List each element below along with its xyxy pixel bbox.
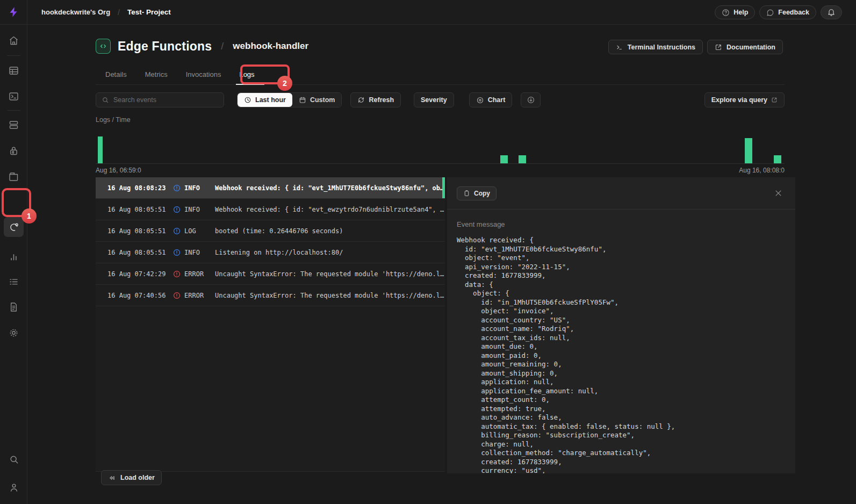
top-header-bar: hookdeckwrite's Org / Test- Project Help… — [0, 0, 856, 25]
help-button[interactable]: Help — [715, 5, 755, 19]
axis-end-label: Aug 16, 08:08:0 — [739, 167, 785, 174]
sidebar-item-logs[interactable] — [4, 272, 24, 292]
close-panel-button[interactable] — [773, 188, 783, 198]
sidebar-item-database[interactable] — [4, 115, 24, 135]
log-timestamp: 16 Aug 08:05:51 — [107, 249, 173, 256]
breadcrumb-separator: / — [118, 8, 120, 17]
log-row[interactable]: 16 Aug 08:05:51INFOListening on http://l… — [96, 242, 445, 263]
copy-button[interactable]: Copy — [457, 186, 497, 200]
log-row[interactable]: 16 Aug 07:40:56ERRORUncaught SyntaxError… — [96, 285, 445, 306]
documentation-button[interactable]: Documentation — [707, 40, 783, 54]
page-title: Edge Functions — [118, 39, 212, 54]
detail-panel-header: Copy — [447, 177, 795, 210]
terminal-instructions-button[interactable]: Terminal Instructions — [608, 40, 703, 54]
log-table: 16 Aug 08:08:23INFOWebhook received: { i… — [96, 177, 445, 472]
log-message: Uncaught SyntaxError: The requested modu… — [215, 270, 445, 278]
log-level: ERROR — [173, 270, 215, 278]
bolt-logo-icon — [8, 6, 19, 18]
sidebar-item-reports[interactable] — [4, 247, 24, 267]
sidebar-item-home[interactable] — [4, 31, 24, 51]
sidebar-item-profile[interactable] — [4, 477, 24, 497]
log-timestamp: 16 Aug 07:42:29 — [107, 270, 173, 278]
notifications-button[interactable] — [821, 5, 842, 19]
info-circle-icon — [173, 184, 181, 192]
chart-title: Logs / Time — [96, 116, 131, 124]
log-detail-panel: Copy Event message Webhook received: { i… — [447, 177, 795, 473]
page-header: Edge Functions / webhook-handler — [96, 39, 308, 54]
refresh-label: Refresh — [369, 96, 394, 104]
search-icon — [9, 454, 19, 465]
last-hour-button[interactable]: Last hour — [238, 93, 292, 107]
tab-logs[interactable]: Logs — [239, 64, 254, 84]
log-row[interactable]: 16 Aug 08:08:23INFOWebhook received: { i… — [96, 177, 445, 199]
chart-toggle-label: Chart — [488, 96, 506, 104]
sidebar-item-settings[interactable] — [4, 323, 24, 343]
logs-toolbar: Last hour Custom Refresh Severity Chart … — [96, 92, 785, 107]
detail-panel-body: Event message Webhook received: { id: "e… — [447, 210, 795, 473]
sidebar-item-sql-editor[interactable] — [4, 87, 24, 106]
tab-invocations[interactable]: Invocations — [186, 64, 221, 84]
cloud-download-icon — [527, 96, 535, 104]
histogram-bar[interactable] — [774, 155, 781, 163]
chart-toggle-button[interactable]: Chart — [469, 92, 513, 107]
log-level-text: INFO — [184, 249, 200, 256]
function-name: webhook-handler — [233, 41, 308, 52]
log-level-text: INFO — [184, 206, 200, 213]
severity-filter-button[interactable]: Severity — [414, 92, 454, 107]
log-row[interactable]: 16 Aug 08:05:51INFOWebhook received: { i… — [96, 199, 445, 220]
tab-details[interactable]: Details — [105, 64, 127, 84]
explore-via-query-button[interactable]: Explore via query — [704, 92, 785, 107]
reports-bar-chart-icon — [8, 251, 19, 263]
sidebar-item-edge-functions[interactable] — [4, 217, 24, 237]
event-message-label: Event message — [457, 220, 786, 228]
feedback-button[interactable]: Feedback — [759, 5, 816, 19]
sidebar-item-api-docs[interactable] — [4, 297, 24, 317]
histogram-bar[interactable] — [745, 138, 752, 163]
histogram-bar[interactable] — [98, 136, 103, 163]
edge-functions-badge-icon — [96, 39, 111, 54]
sidebar-item-table-editor[interactable] — [4, 61, 24, 81]
page-header-actions: Terminal Instructions Documentation — [608, 40, 783, 54]
custom-range-label: Custom — [310, 96, 335, 104]
custom-range-button[interactable]: Custom — [292, 93, 342, 107]
chart-x-axis: Aug 16, 06:59:0 Aug 16, 08:08:0 — [96, 167, 785, 174]
search-events-input[interactable] — [113, 96, 218, 104]
sidebar-item-authentication[interactable] — [4, 141, 24, 161]
log-row[interactable]: 16 Aug 07:42:29ERRORUncaught SyntaxError… — [96, 263, 445, 285]
sidebar-divider — [7, 55, 20, 56]
histogram-bar[interactable] — [519, 155, 526, 163]
log-message: Webhook received: { id: "evt_ewzytrdo7n6… — [215, 206, 445, 213]
sidebar-item-storage[interactable] — [4, 167, 24, 186]
histogram-bar[interactable] — [500, 155, 508, 163]
download-logs-button[interactable] — [521, 92, 541, 107]
close-icon — [774, 189, 782, 197]
log-level: INFO — [173, 249, 215, 256]
load-older-button[interactable]: Load older — [101, 470, 162, 485]
search-events-box — [96, 92, 224, 107]
api-docs-file-icon — [8, 301, 19, 313]
breadcrumb: hookdeckwrite's Org / Test- Project — [27, 8, 171, 17]
explore-via-query-label: Explore via query — [711, 96, 767, 104]
documentation-label: Documentation — [726, 44, 775, 51]
help-label: Help — [733, 9, 748, 16]
log-level: INFO — [173, 206, 215, 213]
breadcrumb-org[interactable]: hookdeckwrite's Org — [41, 8, 110, 16]
edge-functions-icon — [8, 221, 20, 233]
breadcrumb-project[interactable]: Test- Project — [127, 8, 171, 16]
log-message: Uncaught SyntaxError: The requested modu… — [215, 292, 445, 299]
refresh-button[interactable]: Refresh — [350, 92, 401, 107]
log-message: Listening on http://localhost:80/ — [215, 249, 445, 256]
storage-folder-icon — [8, 171, 19, 182]
external-link-icon — [771, 97, 778, 103]
info-circle-icon — [173, 249, 181, 256]
app-logo[interactable] — [0, 0, 27, 24]
settings-gear-icon — [8, 327, 19, 339]
title-separator: / — [221, 41, 224, 52]
tab-metrics[interactable]: Metrics — [145, 64, 168, 84]
sidebar-item-search[interactable] — [4, 449, 24, 469]
bell-icon — [827, 8, 836, 17]
terminal-prompt-icon — [616, 44, 623, 51]
copy-label: Copy — [474, 190, 490, 197]
log-level-text: ERROR — [184, 292, 204, 299]
log-row[interactable]: 16 Aug 08:05:51LOGbooted (time: 0.264467… — [96, 220, 445, 242]
